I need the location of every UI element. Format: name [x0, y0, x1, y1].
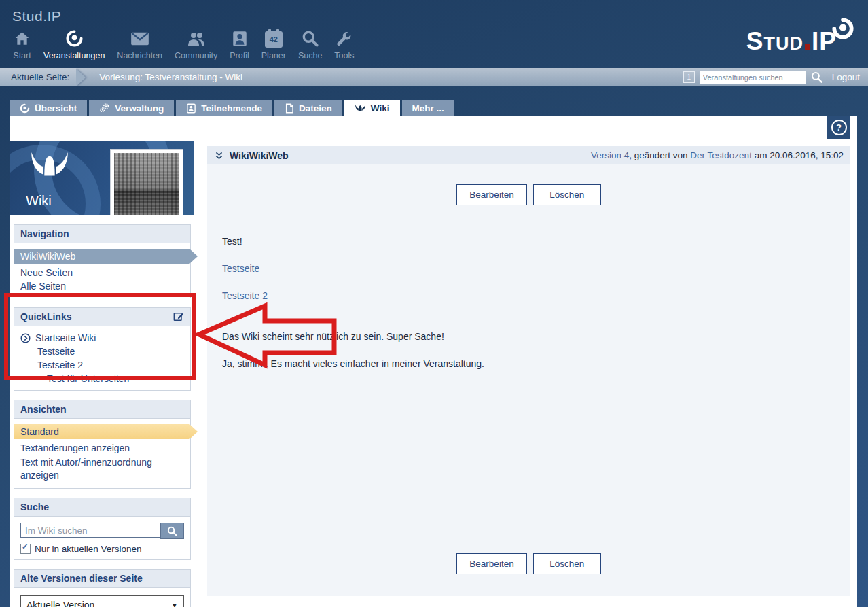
content-wrapper: ? Wiki Navigation WikiWikiWeb Neue Seite…: [10, 116, 857, 607]
course-tabs: Übersicht Verwaltung Teilnehmende Dateie…: [10, 100, 454, 116]
nav-item-neue-seiten[interactable]: Neue Seiten: [14, 266, 190, 279]
community-icon: [186, 24, 206, 48]
course-search-icon[interactable]: [810, 71, 823, 84]
wiki-search-input[interactable]: [20, 523, 160, 538]
nav-item-wikiwikiweb[interactable]: WikiWikiWeb: [14, 249, 198, 264]
checkbox-label: Nur in aktuellen Versionen: [35, 544, 142, 554]
nav-suche[interactable]: Suche: [292, 24, 328, 60]
help-question-icon: ?: [831, 120, 847, 135]
quicklink-testseite[interactable]: Testseite: [14, 345, 190, 358]
edit-quicklinks-icon[interactable]: [173, 311, 184, 322]
nav-tools[interactable]: Tools: [328, 24, 360, 60]
circle-arrow-icon: [20, 333, 31, 343]
wiki-page-body: Test! Testseite Testseite 2 Das Wiki sch…: [222, 235, 850, 370]
header-nav: Start Veranstaltungen Nachrichten Commun…: [7, 24, 361, 60]
participants-icon: [186, 103, 196, 114]
suche-section: Suche Nur in aktuellen Versionen: [14, 498, 191, 560]
version-meta: Version 4, geändert von Der Testdozent a…: [591, 150, 844, 160]
nav-start[interactable]: Start: [7, 24, 37, 60]
author-link[interactable]: Der Testdozent: [690, 150, 752, 160]
accesskey-badge: 1: [683, 71, 695, 83]
logout-link[interactable]: Logout: [832, 72, 860, 82]
help-button[interactable]: ?: [827, 116, 850, 139]
versionen-title: Alte Versionen dieser Seite: [20, 573, 143, 584]
studip-page: Stud.IP Start Veranstaltungen Nachrichte…: [0, 0, 868, 607]
search-icon: [166, 525, 178, 537]
seminar-spiral-icon: [20, 103, 30, 114]
home-icon: [13, 24, 31, 48]
wiki-helmet-icon: [355, 104, 366, 113]
nav-community[interactable]: Community: [168, 24, 223, 60]
profile-icon: [231, 24, 249, 48]
navigation-section: Navigation WikiWikiWeb Neue Seiten Alle …: [14, 224, 191, 298]
wiki-link-testseite[interactable]: Testseite: [222, 263, 259, 274]
seminar-spiral-icon: [65, 24, 84, 48]
wrench-icon: [335, 24, 353, 48]
tab-teilnehmende[interactable]: Teilnehmende: [176, 100, 272, 116]
version-select[interactable]: Aktuelle Version ▼: [20, 595, 184, 607]
quicklinks-title: QuickLinks: [20, 311, 71, 322]
wiki-link-testseite-2[interactable]: Testseite 2: [222, 290, 268, 301]
files-icon: [285, 103, 294, 114]
wiki-text-line: Das Wiki scheint sehr nützlich zu sein. …: [222, 330, 850, 343]
navigation-title: Navigation: [20, 228, 69, 239]
course-photo: [111, 150, 183, 215]
ansichten-title: Ansichten: [20, 404, 67, 415]
wiki-panel-header: WikiWikiWeb Version 4, geändert von Der …: [207, 146, 850, 164]
search-icon: [301, 24, 319, 48]
page-title: WikiWikiWeb: [230, 150, 289, 161]
tab-wiki[interactable]: Wiki: [344, 100, 400, 116]
chevron-down-icon: ▼: [171, 602, 178, 607]
nav-veranstaltungen[interactable]: Veranstaltungen: [37, 24, 111, 60]
logo-spiral-icon: [831, 17, 854, 43]
quicklink-startseite-wiki[interactable]: Startseite Wiki: [14, 331, 190, 345]
ansichten-section: Ansichten Standard Textänderungen anzeig…: [14, 400, 191, 489]
quicklink-testseite-2[interactable]: Testseite 2: [14, 358, 190, 372]
nav-planer[interactable]: 42 Planer: [255, 24, 292, 60]
course-search-input[interactable]: [700, 71, 806, 84]
sidebar-context-header: Wiki: [10, 141, 194, 215]
collapse-chevrons-icon[interactable]: [214, 151, 224, 160]
versionen-section: Alte Versionen dieser Seite Aktuelle Ver…: [14, 569, 191, 607]
studip-logo: STUDIP: [746, 27, 837, 56]
wiki-text-line: Ja, stimmt. Es macht vieles einfacher in…: [222, 358, 850, 370]
view-textaenderungen[interactable]: Textänderungen anzeigen: [14, 441, 190, 455]
view-standard[interactable]: Standard: [14, 424, 198, 439]
wiki-panel: WikiWikiWeb Version 4, geändert von Der …: [207, 146, 850, 596]
wiki-search-button[interactable]: [160, 523, 184, 539]
brand-text: Stud.IP: [12, 8, 61, 24]
delete-button-bottom[interactable]: Löschen: [533, 553, 601, 574]
wiki-text-line: Test!: [222, 235, 850, 247]
tab-verwaltung[interactable]: Verwaltung: [89, 100, 174, 116]
quicklink-test-unterseiten[interactable]: Test für Unterseiten: [14, 372, 190, 385]
breadcrumb-chevron-icon: [76, 69, 86, 86]
wiki-helmet-icon: [27, 151, 72, 185]
tab-uebersicht[interactable]: Übersicht: [10, 100, 87, 116]
mail-icon: [130, 24, 149, 48]
nav-nachrichten[interactable]: Nachrichten: [111, 24, 168, 60]
edit-button-bottom[interactable]: Bearbeiten: [456, 553, 526, 574]
delete-button-top[interactable]: Löschen: [533, 184, 601, 205]
sidebar: Wiki Navigation WikiWikiWeb Neue Seiten …: [10, 141, 194, 607]
gears-icon: [99, 103, 110, 114]
breadcrumb-bar: Aktuelle Seite: Vorlesung: Testveranstal…: [0, 68, 868, 86]
tab-dateien[interactable]: Dateien: [274, 100, 342, 116]
calendar-icon: 42: [265, 24, 283, 48]
suche-title: Suche: [20, 502, 49, 513]
current-versions-checkbox[interactable]: [20, 544, 31, 554]
tab-mehr[interactable]: Mehr ...: [402, 100, 454, 116]
nav-item-alle-seiten[interactable]: Alle Seiten: [14, 279, 190, 293]
breadcrumb-label: Aktuelle Seite:: [0, 68, 76, 86]
context-title: Wiki: [26, 193, 52, 209]
logo-red-dot: [805, 44, 810, 50]
quicklinks-section: QuickLinks Startseite Wiki Testseite Tes…: [14, 307, 191, 391]
edit-button-top[interactable]: Bearbeiten: [456, 184, 526, 205]
view-autorenzuordnung[interactable]: Text mit Autor/-innenzuordnung anzeigen: [14, 455, 190, 483]
breadcrumb-current: Vorlesung: Testveranstaltung - Wiki: [99, 72, 242, 82]
version-link[interactable]: Version 4: [591, 150, 629, 160]
nav-profil[interactable]: Profil: [223, 24, 255, 60]
